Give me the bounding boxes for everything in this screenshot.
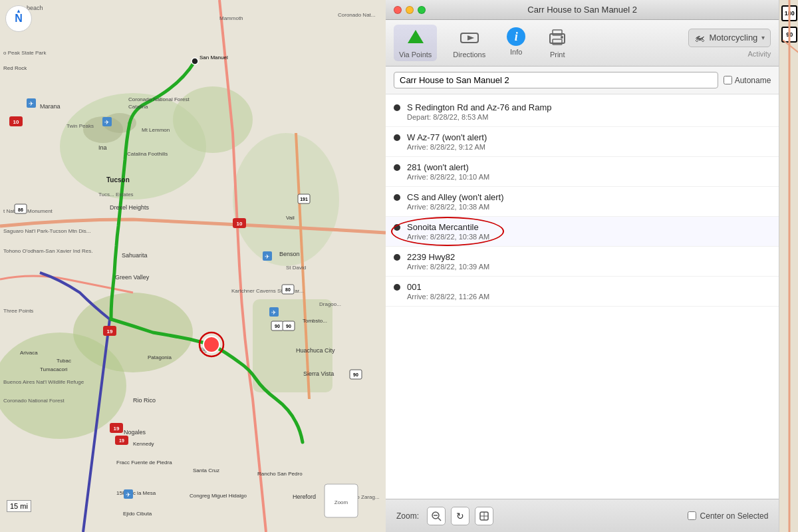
info-icon: i bbox=[507, 27, 525, 46]
print-label: Print bbox=[550, 51, 565, 59]
svg-text:Twin Peaks: Twin Peaks bbox=[66, 123, 94, 129]
waypoint-name-3: CS and Alley (won't alert) bbox=[407, 192, 768, 202]
directions-button[interactable]: Directions bbox=[448, 25, 491, 61]
svg-text:Huachuca City: Huachuca City bbox=[296, 347, 335, 354]
waypoint-bullet-0 bbox=[394, 104, 400, 111]
toolbar: Via Points Directions i Info bbox=[386, 20, 779, 66]
zoom-label: Zoom: bbox=[396, 511, 419, 521]
svg-text:t National Monument: t National Monument bbox=[3, 208, 53, 214]
svg-text:Buenos Aires Nat'l Wildlife Re: Buenos Aires Nat'l Wildlife Refuge bbox=[3, 379, 84, 385]
svg-text:Benson: Benson bbox=[279, 251, 300, 257]
window-controls bbox=[394, 6, 426, 14]
transport-mode-selector[interactable]: 🏍 Motorcycling ▾ bbox=[688, 29, 771, 47]
svg-text:San Manuel: San Manuel bbox=[200, 55, 228, 61]
zoom-refresh-button[interactable]: ↻ bbox=[451, 507, 469, 525]
route-name-input[interactable] bbox=[394, 72, 718, 88]
waypoint-name-0: S Redington Rd and Az-76 and Ramp bbox=[407, 102, 768, 112]
print-icon bbox=[547, 27, 568, 49]
waypoint-item-2[interactable]: 281 (won't alert)Arrive: 8/28/22, 10:10 … bbox=[386, 157, 779, 187]
svg-text:Sierra Vista: Sierra Vista bbox=[303, 370, 334, 377]
svg-text:Kennedy: Kennedy bbox=[133, 441, 154, 447]
svg-text:Ina: Ina bbox=[98, 144, 107, 151]
svg-text:Red Rock: Red Rock bbox=[3, 65, 27, 71]
svg-text:Congreg Miguel Hidalgo: Congreg Miguel Hidalgo bbox=[190, 493, 247, 499]
svg-text:86: 86 bbox=[18, 207, 23, 212]
waypoint-item-3[interactable]: CS and Alley (won't alert)Arrive: 8/28/2… bbox=[386, 187, 779, 217]
svg-text:Santa Cruz: Santa Cruz bbox=[193, 467, 219, 473]
svg-text:✈: ✈ bbox=[29, 100, 34, 107]
svg-text:10: 10 bbox=[13, 119, 19, 125]
activity-label: Activity bbox=[748, 50, 771, 58]
waypoint-item-1[interactable]: W Az-77 (won't alert)Arrive: 8/28/22, 9:… bbox=[386, 127, 779, 157]
minimize-button[interactable] bbox=[406, 6, 414, 14]
info-label: Info bbox=[510, 48, 522, 56]
svg-text:Rancho San Pedro: Rancho San Pedro bbox=[257, 471, 303, 477]
via-points-label: Via Points bbox=[399, 51, 432, 59]
svg-text:Green Valley: Green Valley bbox=[115, 274, 150, 281]
svg-point-100 bbox=[561, 36, 563, 39]
svg-text:Coronado National Forest: Coronado National Forest bbox=[128, 96, 190, 102]
waypoint-name-1: W Az-77 (won't alert) bbox=[407, 132, 768, 142]
svg-text:19: 19 bbox=[114, 426, 120, 432]
waypoint-item-4[interactable]: Sonoita MercantileArrive: 8/28/22, 10:38… bbox=[386, 217, 779, 247]
center-on-selected-checkbox[interactable] bbox=[688, 511, 696, 520]
zoom-section: Zoom: ↻ bbox=[396, 507, 493, 525]
svg-text:Coronado Nat...: Coronado Nat... bbox=[338, 12, 375, 18]
autoname-checkbox[interactable] bbox=[724, 76, 732, 84]
map-area[interactable]: beach Mammoth Coronado Nat... o Peak Sta… bbox=[0, 0, 386, 532]
title-bar: Carr House to San Manuel 2 bbox=[386, 0, 779, 20]
scale-bar: 15 mi bbox=[7, 500, 31, 512]
north-arrow: N ▲ bbox=[5, 5, 32, 32]
svg-text:Dragoo...: Dragoo... bbox=[319, 301, 341, 307]
right-panel: Carr House to San Manuel 2 Via Points bbox=[386, 0, 779, 532]
svg-text:✈: ✈ bbox=[104, 119, 110, 126]
svg-text:Catalina: Catalina bbox=[128, 104, 148, 110]
center-selected-section: Center on Selected bbox=[688, 511, 769, 521]
svg-text:80: 80 bbox=[285, 287, 291, 292]
svg-text:Marana: Marana bbox=[40, 103, 61, 110]
via-points-button[interactable]: Via Points bbox=[394, 25, 437, 61]
svg-text:Tucson: Tucson bbox=[106, 176, 130, 184]
far-right-strip: 180 90 bbox=[779, 0, 798, 532]
svg-text:Sahuarita: Sahuarita bbox=[122, 252, 148, 259]
svg-text:Drexel Heights: Drexel Heights bbox=[110, 204, 150, 211]
svg-text:90: 90 bbox=[286, 324, 291, 329]
svg-text:Catalina Foothills: Catalina Foothills bbox=[127, 151, 168, 157]
waypoint-time-0: Depart: 8/28/22, 8:53 AM bbox=[407, 113, 768, 121]
svg-text:Arivaca: Arivaca bbox=[20, 350, 38, 356]
transport-label: Motorcycling bbox=[709, 33, 757, 43]
center-on-selected-label: Center on Selected bbox=[700, 511, 769, 521]
via-points-icon bbox=[405, 27, 426, 49]
svg-text:10: 10 bbox=[237, 221, 243, 227]
waypoint-item-0[interactable]: S Redington Rd and Az-76 and RampDepart:… bbox=[386, 97, 779, 127]
toolbar-left: Via Points Directions i Info bbox=[394, 25, 573, 61]
waypoint-item-6[interactable]: 001Arrive: 8/28/22, 11:26 AM bbox=[386, 277, 779, 307]
waypoint-name-6: 001 bbox=[407, 282, 768, 292]
svg-text:191: 191 bbox=[300, 197, 308, 201]
svg-point-91 bbox=[203, 336, 219, 352]
print-button[interactable]: Print bbox=[541, 25, 573, 61]
waypoint-bullet-4 bbox=[394, 224, 400, 231]
svg-text:Tumacacori: Tumacacori bbox=[40, 366, 68, 372]
svg-text:Ejido Cibuta: Ejido Cibuta bbox=[123, 511, 152, 517]
directions-icon bbox=[459, 27, 480, 49]
svg-text:Hereford: Hereford bbox=[293, 493, 316, 500]
svg-line-102 bbox=[438, 518, 441, 521]
waypoint-time-5: Arrive: 8/28/22, 10:39 AM bbox=[407, 263, 768, 271]
waypoints-list[interactable]: S Redington Rd and Az-76 and RampDepart:… bbox=[386, 94, 779, 499]
zoom-out-button[interactable] bbox=[427, 507, 446, 525]
waypoint-time-3: Arrive: 8/28/22, 10:38 AM bbox=[407, 203, 768, 211]
route-name-bar: Autoname bbox=[386, 66, 779, 94]
svg-text:15Fracc la Mesa: 15Fracc la Mesa bbox=[116, 490, 156, 496]
waypoint-time-2: Arrive: 8/28/22, 10:10 AM bbox=[407, 173, 768, 181]
maximize-button[interactable] bbox=[418, 6, 426, 14]
chevron-down-icon: ▾ bbox=[761, 34, 765, 41]
close-button[interactable] bbox=[394, 6, 402, 14]
zoom-location-button[interactable] bbox=[475, 507, 493, 525]
svg-text:Patagonia: Patagonia bbox=[148, 354, 172, 360]
svg-point-89 bbox=[192, 58, 198, 65]
bottom-bar: Zoom: ↻ Center on Selected bbox=[386, 499, 779, 532]
svg-marker-95 bbox=[408, 30, 424, 43]
waypoint-item-5[interactable]: 2239 Hwy82Arrive: 8/28/22, 10:39 AM bbox=[386, 247, 779, 277]
info-button[interactable]: i Info bbox=[501, 25, 531, 59]
